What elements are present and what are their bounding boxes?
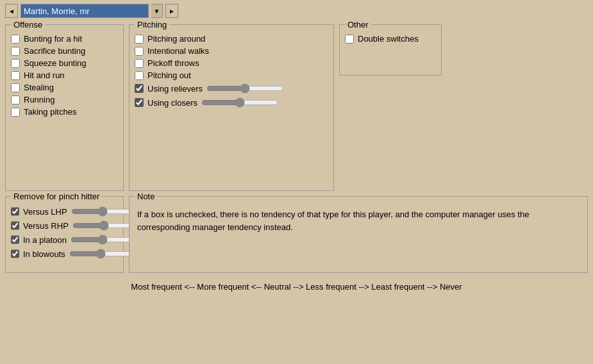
checkbox-offense-items-5[interactable]	[11, 95, 20, 104]
main-content: Offense Bunting for a hitSacrifice bunti…	[0, 22, 593, 194]
checkbox-label: Versus RHP	[23, 221, 69, 231]
checkbox-label: Squeeze bunting	[24, 58, 87, 68]
checkbox-label: Using relievers	[147, 84, 203, 94]
footer-text: Most frequent <-- More frequent <-- Neut…	[131, 282, 462, 292]
note-text: If a box is unchecked, there is no tende…	[135, 206, 582, 236]
checkbox-pitching-items-2[interactable]	[135, 59, 144, 68]
list-item: Squeeze bunting	[11, 58, 118, 68]
slider-pitching-items-5[interactable]	[201, 97, 278, 108]
list-item: Running	[11, 95, 118, 104]
offense-title: Offense	[11, 20, 45, 29]
list-item: Using relievers	[135, 83, 328, 94]
checkbox-label: In a platoon	[23, 235, 67, 245]
list-item: Stealing	[11, 83, 118, 92]
checkbox-label: Bunting for a hit	[24, 34, 82, 44]
list-item: Hit and run	[11, 70, 118, 80]
pitching-group: Pitching Pitching aroundIntentional walk…	[129, 24, 334, 191]
checkbox-pitching-items-3[interactable]	[135, 71, 144, 80]
checkbox-label: In blowouts	[23, 249, 65, 259]
checkbox-label: Pickoff throws	[147, 58, 199, 68]
checkbox-pinch-items-1[interactable]	[11, 221, 19, 230]
list-item: Double switches	[345, 34, 436, 44]
checkbox-other-items-0[interactable]	[345, 35, 354, 44]
list-item: Using closers	[135, 97, 328, 108]
list-item: Pitching around	[135, 34, 328, 44]
list-item: Sacrifice bunting	[11, 46, 118, 56]
checkbox-pitching-items-1[interactable]	[135, 47, 144, 56]
list-item: In blowouts	[11, 248, 118, 260]
checkbox-label: Taking pitches	[24, 107, 76, 117]
list-item: Bunting for a hit	[11, 34, 118, 44]
note-group: Note If a box is unchecked, there is no …	[129, 196, 588, 273]
checkbox-pitching-items-0[interactable]	[135, 35, 144, 44]
list-item: Versus LHP	[11, 206, 118, 217]
other-group: Other Double switches	[339, 24, 442, 76]
checkbox-offense-items-6[interactable]	[11, 108, 20, 117]
pinch-title: Remove for pinch hitter	[11, 192, 102, 201]
checkbox-offense-items-1[interactable]	[11, 47, 20, 56]
checkbox-label: Versus LHP	[23, 207, 67, 217]
checkbox-label: Pitching around	[147, 34, 205, 44]
checkbox-label: Hit and run	[24, 70, 65, 80]
checkbox-label: Using closers	[147, 98, 197, 108]
checkbox-pinch-items-3[interactable]	[11, 249, 19, 258]
checkbox-label: Intentional walks	[147, 46, 209, 56]
list-item: Taking pitches	[11, 107, 118, 117]
note-title: Note	[135, 192, 157, 201]
checkbox-label: Stealing	[24, 83, 54, 92]
pinch-group: Remove for pinch hitter Versus LHPVersus…	[5, 196, 124, 273]
checkbox-offense-items-2[interactable]	[11, 59, 20, 68]
bottom-row: Remove for pinch hitter Versus LHPVersus…	[0, 194, 593, 276]
slider-pitching-items-4[interactable]	[206, 83, 283, 94]
checkbox-label: Double switches	[358, 34, 419, 44]
player-select-wrapper: Martin, Morrie, mr	[21, 4, 149, 18]
list-item: Pickoff throws	[135, 58, 328, 68]
list-item: In a platoon	[11, 234, 118, 245]
checkbox-label: Pitching out	[147, 70, 191, 80]
other-title: Other	[345, 20, 371, 29]
checkbox-pinch-items-0[interactable]	[11, 207, 19, 216]
pitching-title: Pitching	[135, 20, 169, 29]
top-bar: ◄ Martin, Morrie, mr ▼ ►	[0, 0, 593, 22]
prev-button[interactable]: ◄	[5, 4, 18, 18]
checkbox-pitching-items-4[interactable]	[135, 84, 144, 93]
checkbox-offense-items-0[interactable]	[11, 35, 20, 44]
list-item: Versus RHP	[11, 220, 118, 231]
right-column: Other Double switches	[339, 24, 442, 191]
offense-group: Offense Bunting for a hitSacrifice bunti…	[5, 24, 124, 191]
checkbox-label: Running	[24, 95, 54, 104]
checkbox-pinch-items-2[interactable]	[11, 235, 19, 244]
list-item: Pitching out	[135, 70, 328, 80]
checkbox-offense-items-3[interactable]	[11, 71, 20, 80]
checkbox-label: Sacrifice bunting	[24, 46, 85, 56]
select-arrow-icon[interactable]: ▼	[151, 4, 163, 18]
list-item: Intentional walks	[135, 46, 328, 56]
checkbox-offense-items-4[interactable]	[11, 83, 20, 92]
footer: Most frequent <-- More frequent <-- Neut…	[0, 276, 593, 294]
next-button[interactable]: ►	[165, 4, 178, 18]
player-select[interactable]: Martin, Morrie, mr	[21, 4, 149, 18]
checkbox-pitching-items-5[interactable]	[135, 98, 144, 107]
